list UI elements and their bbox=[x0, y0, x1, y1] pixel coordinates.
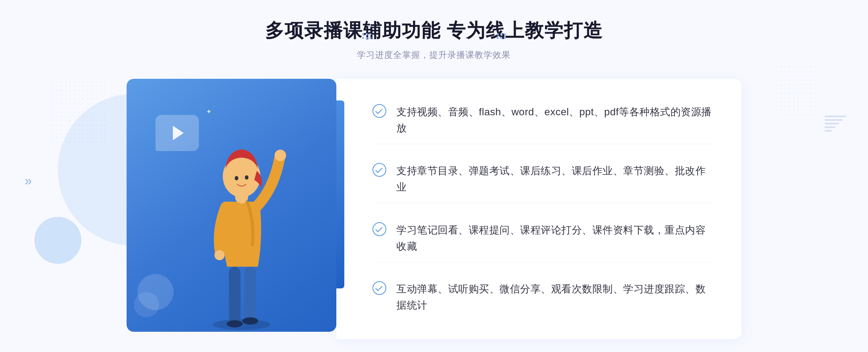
svg-point-5 bbox=[275, 150, 286, 161]
check-mark-4 bbox=[375, 284, 383, 291]
feature-item-4: 互动弹幕、试听购买、微信分享、观看次数限制、学习进度跟踪、数据统计 bbox=[373, 274, 712, 321]
check-icon-3 bbox=[373, 222, 386, 236]
feature-text-4: 互动弹幕、试听购买、微信分享、观看次数限制、学习进度跟踪、数据统计 bbox=[396, 281, 712, 314]
bg-circle-small bbox=[34, 217, 81, 264]
person-figure bbox=[191, 129, 292, 332]
check-mark-2 bbox=[375, 166, 383, 173]
header-dots-right bbox=[362, 33, 371, 39]
feature-item-3: 学习笔记回看、课程提问、课程评论打分、课件资料下载，重点内容收藏 bbox=[373, 215, 712, 262]
svg-point-6 bbox=[214, 250, 225, 260]
check-icon-4 bbox=[373, 281, 386, 295]
svg-rect-2 bbox=[244, 267, 256, 321]
content-area: ✦ · bbox=[127, 79, 741, 339]
svg-point-3 bbox=[227, 320, 243, 327]
svg-point-10 bbox=[245, 175, 248, 180]
dot-grid-right bbox=[362, 33, 371, 39]
dot-grid-left bbox=[497, 33, 506, 39]
stripe-3 bbox=[825, 123, 839, 124]
check-mark-3 bbox=[375, 225, 383, 232]
svg-point-4 bbox=[242, 317, 258, 325]
stripe-1 bbox=[825, 116, 846, 117]
feature-text-3: 学习笔记回看、课程提问、课程评论打分、课件资料下载，重点内容收藏 bbox=[396, 222, 712, 255]
header-section: 多项录播课辅助功能 专为线上教学打造 学习进度全掌握，提升录播课教学效果 bbox=[265, 18, 603, 61]
bg-dots-right bbox=[774, 65, 817, 116]
accent-bar bbox=[336, 100, 344, 288]
deco-circle-2 bbox=[134, 292, 159, 317]
sparkle-icon-2: · bbox=[213, 104, 214, 109]
illustration-panel: ✦ · bbox=[127, 79, 336, 332]
play-triangle-icon bbox=[173, 126, 184, 140]
svg-rect-1 bbox=[229, 267, 241, 325]
sub-title: 学习进度全掌握，提升录播课教学效果 bbox=[265, 49, 603, 61]
sparkle-icon-1: ✦ bbox=[206, 108, 212, 116]
features-panel: 支持视频、音频、flash、word、excel、ppt、pdf等各种格式的资源… bbox=[336, 79, 741, 339]
svg-point-9 bbox=[235, 176, 238, 180]
feature-text-2: 支持章节目录、弹题考试、课后练习、课后作业、章节测验、批改作业 bbox=[396, 163, 712, 196]
feature-item-1: 支持视频、音频、flash、word、excel、ppt、pdf等各种格式的资源… bbox=[373, 97, 712, 144]
feature-text-1: 支持视频、音频、flash、word、excel、ppt、pdf等各种格式的资源… bbox=[396, 104, 712, 137]
feature-item-2: 支持章节目录、弹题考试、课后练习、课后作业、章节测验、批改作业 bbox=[373, 156, 712, 203]
header-dots-left bbox=[497, 33, 506, 39]
stripe-2 bbox=[825, 119, 843, 121]
check-icon-2 bbox=[373, 163, 386, 177]
stripes-decoration bbox=[825, 116, 846, 152]
check-icon-1 bbox=[373, 104, 386, 118]
check-mark-1 bbox=[375, 107, 383, 114]
stripe-5 bbox=[825, 130, 832, 132]
page-container: » 多项录播课辅助功能 专为线上教学打造 学习进度全掌握，提升录播课教学效果 bbox=[0, 0, 868, 352]
stripe-4 bbox=[825, 126, 835, 128]
chevron-left-icon: » bbox=[25, 173, 32, 189]
main-title: 多项录播课辅助功能 专为线上教学打造 bbox=[265, 18, 603, 43]
